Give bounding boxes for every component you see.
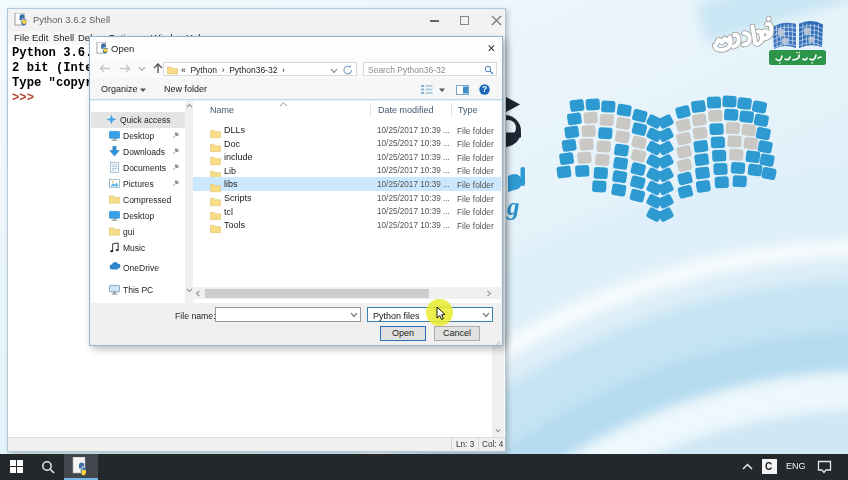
svg-text:g: g bbox=[506, 193, 520, 220]
svg-text:?: ? bbox=[482, 84, 487, 94]
